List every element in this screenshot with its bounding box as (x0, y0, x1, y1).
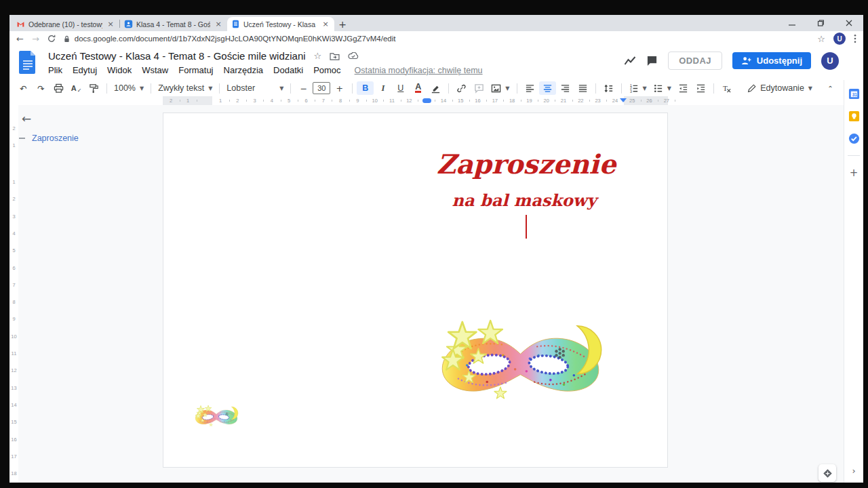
spellcheck-button[interactable]: A✓ (68, 81, 85, 95)
menu-wstaw[interactable]: Wstaw (142, 65, 168, 75)
insert-image-button[interactable]: ▼ (488, 81, 512, 95)
account-avatar[interactable]: U (821, 52, 839, 70)
menu-formatuj[interactable]: Formatuj (178, 65, 213, 75)
horizontal-ruler[interactable]: 2112345678910111213141516171819202122232… (163, 96, 668, 105)
decrease-indent-button[interactable] (675, 81, 692, 95)
menu-bar: Plik Edytuj Widok Wstaw Formatuj Narzędz… (48, 65, 483, 75)
ruler-number: 27 (664, 98, 669, 104)
highlight-color-button[interactable] (427, 81, 444, 95)
toolbar-separator (621, 83, 622, 94)
ruler-h-ticks: 2112345678910111213141516171819202122232… (163, 96, 668, 105)
reload-icon[interactable] (47, 35, 56, 43)
font-select[interactable]: Lobster▼ (224, 81, 286, 95)
menu-plik[interactable]: Plik (48, 65, 62, 75)
url-box[interactable]: docs.google.com/document/d/1b7XdxN2jsgHJ… (64, 35, 810, 43)
ruler-number: 3 (254, 98, 256, 104)
indent-marker[interactable] (422, 98, 431, 103)
line-spacing-button[interactable] (600, 81, 617, 95)
toolbar-separator (448, 83, 449, 94)
carnival-mask-image[interactable] (437, 319, 604, 409)
bookmark-star-icon[interactable]: ☆ (817, 34, 825, 44)
close-side-panel-icon[interactable]: › (844, 466, 863, 476)
explore-button[interactable] (818, 464, 836, 482)
right-margin-marker[interactable] (620, 98, 627, 102)
doc-subheading[interactable]: na bal maskowy (452, 190, 597, 210)
align-left-button[interactable] (521, 81, 538, 95)
bold-button[interactable]: B (357, 81, 374, 95)
move-folder-icon[interactable] (330, 52, 340, 60)
mode-select[interactable]: Edytowanie▼ (745, 81, 815, 95)
undo-button[interactable]: ↶ (15, 81, 32, 95)
bulleted-list-button[interactable]: ▼ (650, 81, 674, 95)
window-controls (778, 15, 863, 31)
star-document-icon[interactable]: ☆ (314, 51, 322, 61)
tab-close-icon[interactable]: × (214, 20, 223, 29)
comments-icon[interactable] (646, 56, 658, 66)
turn-in-button[interactable]: ODDAJ (668, 52, 722, 70)
browser-avatar[interactable]: U (833, 33, 846, 45)
font-size-decrease-button[interactable]: − (295, 81, 312, 95)
vertical-ruler[interactable]: 21123456789101112131415161718 (9, 105, 18, 483)
print-button[interactable] (50, 81, 67, 95)
tab-close-icon[interactable]: × (321, 20, 330, 29)
carnival-mask-image-small[interactable] (194, 405, 239, 429)
last-modified-link[interactable]: Ostatnia modyfikacja: chwilę temu (355, 66, 483, 75)
document-title[interactable]: Uczeń Testowy - Klasa 4 - Temat 8 - Gośc… (48, 50, 306, 62)
tab-classroom[interactable]: Klasa 4 - Temat 8 - Goście mile × (120, 17, 227, 31)
new-tab-button[interactable]: + (334, 17, 351, 31)
activity-icon[interactable] (624, 56, 636, 66)
menu-narzedzia[interactable]: Narzędzia (224, 65, 264, 75)
document-page[interactable]: Zaproszenie na bal maskowy (163, 113, 668, 468)
paragraph-style-select[interactable]: Zwykły tekst▼ (155, 81, 215, 95)
minimize-button[interactable] (778, 15, 806, 31)
insert-comment-button[interactable] (471, 81, 488, 95)
underline-button[interactable]: U (392, 81, 409, 95)
toolbar-separator (595, 83, 596, 94)
forward-icon[interactable]: → (32, 34, 39, 44)
align-right-button[interactable] (557, 81, 574, 95)
docs-app-icon[interactable] (19, 51, 37, 74)
increase-indent-button[interactable] (692, 81, 709, 95)
get-addons-button[interactable]: + (850, 167, 859, 179)
ruler-number: 12 (406, 98, 412, 104)
hide-outline-arrow-icon[interactable]: ← (22, 112, 31, 125)
share-button[interactable]: Udostępnij (732, 52, 811, 69)
ruler-tick (281, 100, 281, 102)
redo-button[interactable]: ↷ (33, 81, 50, 95)
explore-icon (823, 468, 833, 479)
tab-title: Odebrane (10) - testowy.uczeń (28, 20, 102, 28)
numbered-list-button[interactable]: 123▼ (626, 81, 650, 95)
back-icon[interactable]: ← (16, 34, 24, 44)
tab-gmail[interactable]: Odebrane (10) - testowy.uczeń × (12, 17, 119, 31)
tasks-icon[interactable] (848, 133, 860, 144)
toolbar-separator (219, 83, 220, 94)
menu-dodatki[interactable]: Dodatki (273, 65, 303, 75)
text-color-button[interactable]: A (415, 83, 421, 93)
collapse-header-button[interactable]: ⌃ (822, 81, 839, 95)
paint-format-button[interactable] (85, 81, 102, 95)
font-size-increase-button[interactable]: + (331, 81, 348, 95)
ruler-tick (315, 100, 315, 102)
justify-button[interactable] (574, 81, 591, 95)
restore-button[interactable] (806, 15, 835, 31)
tab-docs-active[interactable]: Uczeń Testowy - Klasa 4 - Temat × (227, 17, 334, 31)
font-size-input[interactable]: 30 (313, 82, 330, 94)
doc-heading[interactable]: Zaproszenie (437, 148, 616, 180)
zoom-select[interactable]: 100%▼ (111, 81, 146, 95)
ruler-number: 1 (219, 98, 222, 104)
close-window-button[interactable] (835, 15, 863, 31)
italic-button[interactable]: I (374, 81, 391, 95)
browser-menu-icon[interactable] (854, 34, 856, 43)
keep-icon[interactable] (848, 110, 860, 122)
outline-item-zaproszenie[interactable]: Zaproszenie (19, 134, 79, 143)
ruler-number: 21 (561, 98, 566, 104)
align-center-button[interactable] (539, 81, 556, 95)
menu-edytuj[interactable]: Edytuj (73, 65, 97, 75)
clear-formatting-button[interactable]: T (718, 81, 735, 95)
menu-pomoc[interactable]: Pomoc (313, 65, 340, 75)
menu-widok[interactable]: Widok (107, 65, 132, 75)
cloud-saved-icon[interactable] (348, 52, 359, 60)
insert-link-button[interactable] (453, 81, 470, 95)
calendar-icon[interactable]: 31 (848, 88, 860, 100)
tab-close-icon[interactable]: × (106, 20, 115, 29)
